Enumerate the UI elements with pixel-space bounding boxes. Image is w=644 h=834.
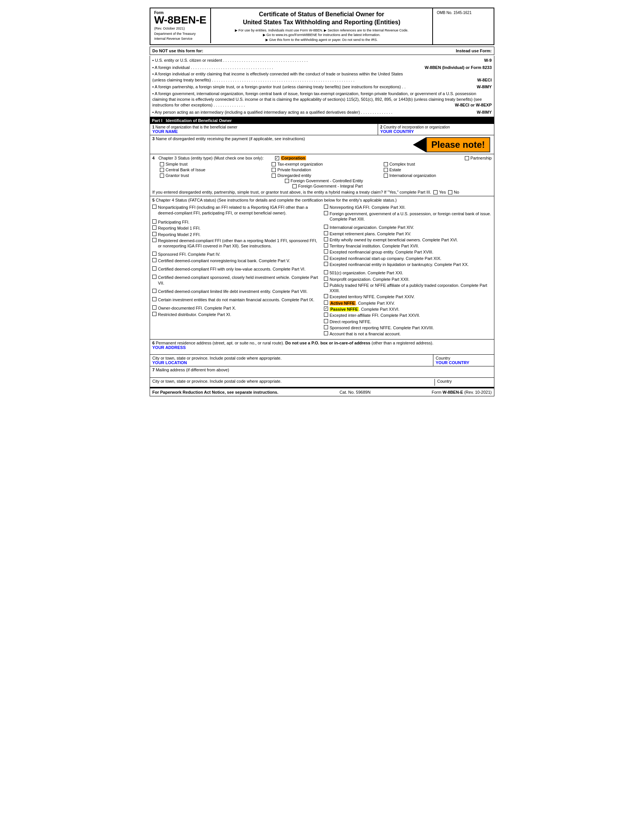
checkbox-sponsored[interactable] (152, 252, 157, 256)
checkbox-simple-trust[interactable]: Simple trust (160, 162, 268, 166)
fatca-excepted-nonfinancial[interactable]: Excepted nonfinancial group entity. Comp… (324, 249, 492, 255)
checkbox-501c[interactable] (324, 270, 328, 274)
checkbox-corporation[interactable]: ✓ Corporation (275, 156, 306, 160)
checkbox-box-no[interactable] (448, 190, 452, 194)
checkbox-exempt-retire[interactable] (324, 231, 328, 235)
checkbox-nonprofit[interactable] (324, 276, 328, 281)
checkbox-excepted-liquidation[interactable] (324, 262, 328, 266)
checkbox-foreign-govt-r[interactable] (324, 211, 328, 215)
checkbox-intl-org-r[interactable] (324, 225, 328, 229)
checkbox-excepted-inter[interactable] (324, 313, 328, 317)
checkbox-estate[interactable]: Estate (384, 168, 492, 172)
checkbox-fg-controlled[interactable]: Foreign Government - Controlled Entity (285, 178, 363, 183)
checkbox-reporting-m1[interactable] (152, 225, 157, 230)
fatca-passive-nffe[interactable]: ✓ Passive NFFE. Complete Part XXVI. (324, 307, 492, 312)
fatca-excepted-territory[interactable]: Excepted territory NFFE. Complete Part X… (324, 294, 492, 299)
fatca-territory-fi[interactable]: Territory financial institution. Complet… (324, 243, 492, 249)
checkbox-box-disregarded[interactable] (272, 173, 276, 178)
checkbox-box-fg-integral[interactable] (292, 184, 297, 188)
fatca-entity-wholly[interactable]: Entity wholly owned by exempt beneficial… (324, 237, 492, 242)
checkbox-box-simple-trust[interactable] (160, 162, 164, 166)
checkbox-tax-exempt[interactable]: Tax-exempt organization (272, 162, 379, 166)
fatca-certain-investment[interactable]: Certain investment entities that do not … (152, 297, 320, 302)
fatca-501c[interactable]: 501(c) organization. Complete Part XXI. (324, 270, 492, 275)
checkbox-intl-org[interactable]: International organization (384, 173, 492, 178)
fatca-nonreporting-iga[interactable]: Nonreporting IGA FFI. Complete Part XII. (324, 205, 492, 210)
checkbox-owner-documented[interactable] (152, 305, 157, 310)
checkbox-label-yes: Yes (439, 190, 446, 194)
checkbox-active-nffe[interactable] (324, 301, 328, 305)
checkbox-box-tax-exempt[interactable] (272, 162, 276, 166)
checkbox-account-not-financial[interactable] (324, 331, 328, 335)
checkbox-box-private-foundation[interactable] (272, 168, 276, 172)
fatca-excepted-startup[interactable]: Excepted nonfinancial start-up company. … (324, 256, 492, 261)
fatca-participating[interactable]: Participating FFI. (152, 220, 320, 225)
checkbox-box-grantor-trust[interactable] (160, 173, 164, 178)
fatca-direct-reporting[interactable]: Direct reporting NFFE. (324, 319, 492, 324)
fatca-restricted-dist[interactable]: Restricted distributor. Complete Part XI… (152, 312, 320, 317)
checkbox-publicly-traded[interactable] (324, 283, 328, 287)
form-subtitle: ▶ For use by entities. Individuals must … (215, 28, 428, 42)
checkbox-certified-nonreg[interactable] (152, 258, 157, 262)
checkbox-direct-reporting[interactable] (324, 319, 328, 323)
checkbox-grantor-trust[interactable]: Grantor trust (160, 173, 268, 178)
checkbox-entity-wholly[interactable] (324, 237, 328, 241)
checkbox-excepted-nonfinancial[interactable] (324, 249, 328, 254)
checkbox-box-corporation[interactable]: ✓ (275, 156, 279, 160)
fatca-certified-low[interactable]: Certified deemed-compliant FFI with only… (152, 267, 320, 272)
checkbox-participating[interactable] (152, 220, 157, 223)
fatca-certified-sponsored[interactable]: Certified deemed-compliant sponsored, cl… (152, 275, 320, 286)
form-rev: (Rev. October 2021) (154, 26, 207, 30)
fatca-certified-limited[interactable]: Certified deemed-compliant limited life … (152, 289, 320, 294)
fatca-registered-deemed[interactable]: Registered deemed-compliant FFI (other t… (152, 238, 320, 249)
checkbox-certified-low[interactable] (152, 267, 157, 270)
fatca-sponsored-direct[interactable]: Sponsored direct reporting NFFE. Complet… (324, 325, 492, 330)
checkbox-nonpart-ffi[interactable] (152, 205, 157, 209)
checkbox-box-complex-trust[interactable] (384, 162, 388, 166)
checkbox-restricted-dist[interactable] (152, 312, 157, 316)
checkbox-box-yes[interactable] (433, 190, 437, 194)
checkbox-certified-limited[interactable] (152, 289, 157, 293)
checkbox-private-foundation[interactable]: Private foundation (272, 168, 379, 172)
fatca-account-not-financial[interactable]: Account that is not a financial account. (324, 331, 492, 336)
label-nonprofit: Nonprofit organization. Complete Part XX… (329, 276, 410, 282)
checkbox-central-bank[interactable]: Central Bank of Issue (160, 168, 268, 172)
checkbox-sponsored-direct[interactable] (324, 325, 328, 329)
checkbox-no[interactable]: No (448, 190, 459, 194)
checkbox-fg-integral[interactable]: Foreign Government - Integral Part (292, 184, 363, 188)
fatca-excepted-liquidation[interactable]: Excepted nonfinancial entity in liquidat… (324, 262, 492, 267)
checkbox-box-central-bank[interactable] (160, 168, 164, 172)
fatca-foreign-govt[interactable]: Foreign government, government of a U.S.… (324, 211, 492, 222)
fatca-exempt-retire[interactable]: Exempt retirement plans. Complete Part X… (324, 231, 492, 236)
checkbox-reporting-m2[interactable] (152, 232, 157, 236)
fatca-intl-org-r[interactable]: International organization. Complete Par… (324, 225, 492, 230)
checkbox-excepted-startup[interactable] (324, 256, 328, 260)
checkbox-partnership[interactable]: Partnership (465, 156, 492, 160)
checkbox-registered-deemed[interactable] (152, 238, 157, 242)
fatca-active-nffe[interactable]: Active NFFE. Complete Part XXV. (324, 301, 492, 306)
checkbox-nonreporting-iga[interactable] (324, 205, 328, 209)
checkbox-complex-trust[interactable]: Complex trust (384, 162, 492, 166)
checkbox-excepted-territory[interactable] (324, 294, 328, 298)
fatca-reporting-m1[interactable]: Reporting Model 1 FFI. (152, 225, 320, 231)
checkbox-certain-investment[interactable] (152, 297, 157, 301)
fatca-certified-nonreg[interactable]: Certified deemed-compliant nonregisterin… (152, 258, 320, 263)
instead-use-label: Instead use Form: (456, 48, 492, 53)
checkbox-box-fg-controlled[interactable] (285, 179, 289, 183)
fatca-publicly-traded[interactable]: Publicly traded NFFE or NFFE affiliate o… (324, 283, 492, 294)
fatca-owner-documented[interactable]: Owner-documented FFI. Complete Part X. (152, 305, 320, 311)
fatca-nonpart-ffi[interactable]: Nonparticipating FFI (including an FFI r… (152, 205, 320, 216)
checkbox-territory-fi[interactable] (324, 243, 328, 247)
fatca-excepted-inter[interactable]: Excepted inter-affiliate FFI. Complete P… (324, 313, 492, 318)
checkbox-box-estate[interactable] (384, 168, 388, 172)
fatca-sponsored[interactable]: Sponsored FFI. Complete Part IV. (152, 252, 320, 257)
fatca-reporting-m2[interactable]: Reporting Model 2 FFI. (152, 232, 320, 237)
checkbox-yes[interactable]: Yes (433, 190, 446, 194)
checkbox-certified-sponsored[interactable] (152, 275, 157, 279)
form-title: Certificate of Status of Beneficial Owne… (215, 11, 428, 26)
fatca-nonprofit[interactable]: Nonprofit organization. Complete Part XX… (324, 276, 492, 282)
checkbox-disregarded[interactable]: Disregarded entity (272, 173, 379, 178)
checkbox-passive-nffe[interactable]: ✓ (324, 307, 328, 311)
checkbox-box-partnership[interactable] (465, 156, 469, 160)
checkbox-box-intl-org[interactable] (384, 173, 388, 178)
